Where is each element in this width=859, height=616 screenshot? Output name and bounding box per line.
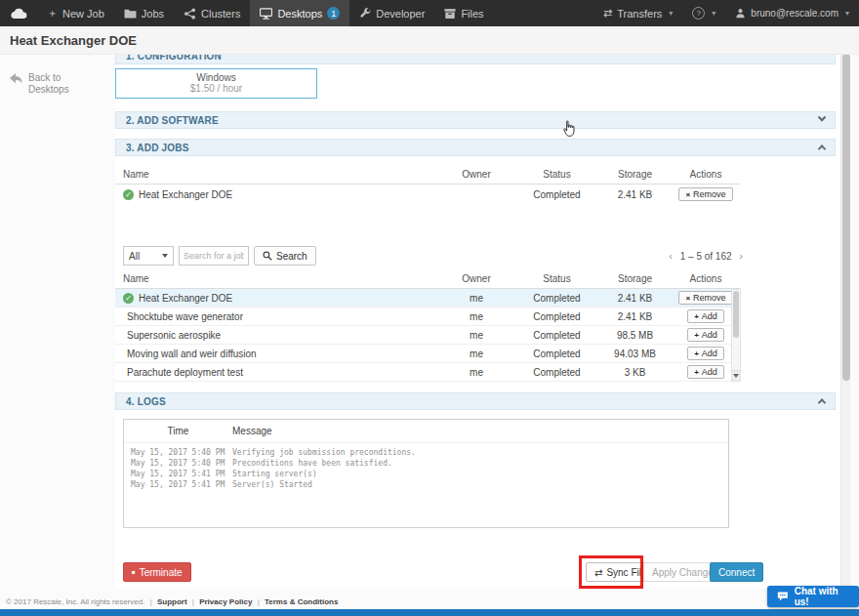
transfers-label: Transfers xyxy=(617,8,662,20)
hardware-card-windows[interactable]: Windows $1.50 / hour xyxy=(115,68,317,99)
section-configuration-header[interactable]: 1. CONFIGURATION xyxy=(115,54,836,64)
nav-clusters-label: Clusters xyxy=(201,8,240,20)
job-name: Shocktube wave generator xyxy=(127,311,243,322)
section-add-jobs-header[interactable]: 3. ADD JOBS xyxy=(115,139,836,156)
log-time: May 15, 2017 5:41 PM xyxy=(124,469,232,479)
help-menu[interactable]: ? ▾ xyxy=(682,0,725,26)
nav-developer[interactable]: Developer xyxy=(349,0,434,26)
logs-table-header: Time Message xyxy=(124,420,728,443)
selected-jobs-table-header: Name Owner Status Storage Actions xyxy=(115,164,740,185)
chevron-up-icon xyxy=(818,144,826,152)
chat-label: Chat with us! xyxy=(795,586,849,607)
log-entry: May 15, 2017 5:40 PM Preconditions have … xyxy=(124,458,728,469)
log-time: May 15, 2017 5:40 PM xyxy=(124,447,232,458)
log-message: Verifying job submission preconditions. xyxy=(232,447,728,458)
job-owner: me xyxy=(437,349,515,359)
nav-files[interactable]: Files xyxy=(434,0,493,26)
table-row[interactable]: Moving wall and weir diffusion me Comple… xyxy=(115,345,740,363)
page-header: Heat Exchanger DOE xyxy=(0,26,859,55)
back-arrow-icon xyxy=(9,72,23,86)
scrollbar-thumb[interactable] xyxy=(733,291,739,338)
section-add-jobs-title: 3. ADD JOBS xyxy=(126,143,189,153)
job-status: Completed xyxy=(515,367,598,378)
col-actions: Actions xyxy=(672,273,740,284)
log-entry: May 15, 2017 5:41 PM Starting server(s) xyxy=(124,469,728,479)
terminate-button[interactable]: ■ Terminate xyxy=(123,562,191,582)
connect-button[interactable]: Connect xyxy=(710,562,763,582)
separator: | xyxy=(255,597,263,606)
pagination: ‹ 1 – 5 of 162 › xyxy=(115,250,748,262)
log-time: May 15, 2017 5:41 PM xyxy=(124,479,232,490)
footer-link-terms[interactable]: Terms & Conditions xyxy=(265,597,338,606)
scrollbar-thumb[interactable] xyxy=(842,54,850,381)
nav-desktops[interactable]: Desktops 1 xyxy=(250,0,349,26)
section-add-software-header[interactable]: 2. ADD SOFTWARE xyxy=(115,111,836,129)
pagination-range: 1 – 5 of 162 xyxy=(680,251,732,262)
table-row[interactable]: Parachute deployment test me Completed 3… xyxy=(115,363,740,382)
col-storage: Storage xyxy=(598,273,672,284)
back-link-text: Back to Desktops xyxy=(28,72,69,96)
add-job-button[interactable]: + Add xyxy=(687,347,724,360)
job-status: Completed xyxy=(515,293,598,304)
add-job-button[interactable]: + Add xyxy=(687,365,724,379)
table-row[interactable]: ✓ Heat Exchanger DOE me Completed 2.41 K… xyxy=(115,289,740,308)
chevron-up-icon xyxy=(818,398,826,406)
scrollbar-down-button[interactable] xyxy=(732,370,740,381)
plus-icon: ＋ xyxy=(47,6,58,21)
back-to-desktops-link[interactable]: Back to Desktops xyxy=(9,72,69,96)
job-owner: me xyxy=(437,293,515,304)
log-message: Preconditions have been satisfied. xyxy=(232,458,728,469)
col-status: Status xyxy=(515,273,598,284)
page-scrollbar[interactable] xyxy=(840,54,850,594)
nav-clusters[interactable]: Clusters xyxy=(174,0,250,26)
desktop-icon xyxy=(260,8,272,20)
pagination-next-icon[interactable]: › xyxy=(734,250,748,262)
pagination-prev-icon[interactable]: ‹ xyxy=(664,250,677,262)
jobs-table-header: Name Owner Status Storage Actions xyxy=(115,269,740,289)
col-message: Message xyxy=(232,426,728,436)
log-entry: May 15, 2017 5:41 PM Server(s) Started xyxy=(124,479,728,490)
job-owner: me xyxy=(437,311,515,322)
footer-link-privacy[interactable]: Privacy Policy xyxy=(199,597,252,606)
job-storage: 2.41 KB xyxy=(598,189,672,200)
chat-bubble-icon xyxy=(777,591,789,602)
job-storage: 2.41 KB xyxy=(598,293,672,304)
nav-developer-label: Developer xyxy=(376,8,425,20)
table-row[interactable]: Supersonic aerospike me Completed 98.5 M… xyxy=(115,326,740,345)
transfers-menu[interactable]: ⇄ Transfers ▾ xyxy=(593,0,682,26)
bottom-blue-bar xyxy=(0,609,859,616)
add-icon: + xyxy=(694,349,699,358)
help-icon: ? xyxy=(692,7,705,20)
navbar-right: ⇄ Transfers ▾ ? ▾ bruno@rescale.com ▾ xyxy=(593,0,859,26)
jobs-table-body: ✓ Heat Exchanger DOE me Completed 2.41 K… xyxy=(115,289,740,382)
job-storage: 3 KB xyxy=(598,367,672,378)
jobs-table-scrollbar[interactable] xyxy=(731,289,741,382)
add-job-button[interactable]: + Add xyxy=(687,309,724,323)
nav-jobs[interactable]: Jobs xyxy=(114,0,174,26)
chevron-down-icon: ▾ xyxy=(669,9,673,18)
job-owner: me xyxy=(437,330,515,341)
add-job-button[interactable]: + Add xyxy=(687,328,724,342)
nav-new-job[interactable]: ＋ New Job xyxy=(37,0,114,26)
rescale-logo[interactable] xyxy=(0,0,37,26)
col-storage: Storage xyxy=(598,169,672,180)
selected-job-row[interactable]: ✓ Heat Exchanger DOE Completed 2.41 KB ×… xyxy=(115,185,740,204)
section-add-software-title: 2. ADD SOFTWARE xyxy=(126,115,219,126)
remove-job-button[interactable]: × Remove xyxy=(678,291,732,305)
chat-button[interactable]: Chat with us! xyxy=(767,586,859,607)
footer-link-support[interactable]: Support xyxy=(157,597,187,606)
user-icon xyxy=(735,8,746,19)
remove-icon: × xyxy=(685,294,690,303)
app-window: ＋ New Job Jobs Clusters Desktops 1 xyxy=(0,0,859,616)
nav-jobs-label: Jobs xyxy=(142,8,164,20)
remove-job-button[interactable]: × Remove xyxy=(678,187,732,201)
nav-new-job-label: New Job xyxy=(62,8,104,20)
table-row[interactable]: Shocktube wave generator me Completed 2.… xyxy=(115,308,740,326)
section-logs-header[interactable]: 4. LOGS xyxy=(115,392,836,410)
col-name: Name xyxy=(115,169,437,180)
top-navbar: ＋ New Job Jobs Clusters Desktops 1 xyxy=(0,0,859,26)
job-name: Moving wall and weir diffusion xyxy=(127,349,257,359)
job-status: Completed xyxy=(515,349,598,359)
account-menu[interactable]: bruno@rescale.com ▾ xyxy=(725,0,859,26)
chevron-down-icon: ▾ xyxy=(712,9,716,18)
